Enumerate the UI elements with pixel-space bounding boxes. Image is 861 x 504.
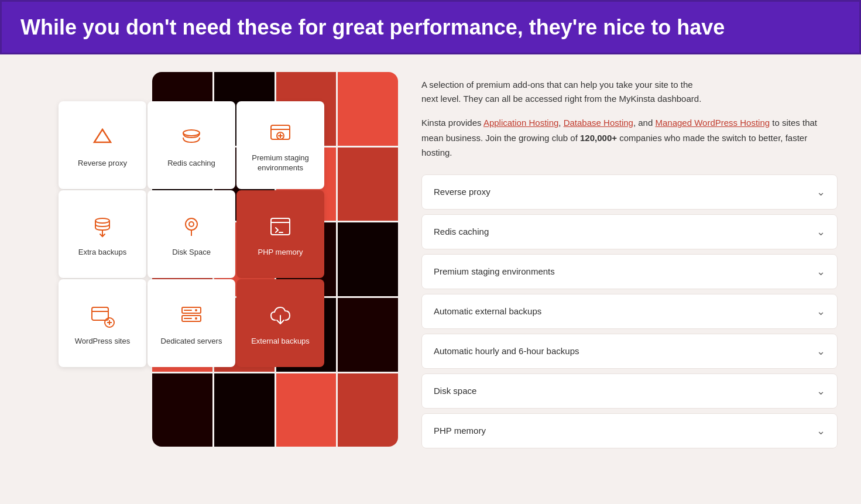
card-redis-caching: Redis caching bbox=[147, 101, 235, 189]
page-title: While you don't need these for great per… bbox=[20, 15, 841, 40]
accordion-item-redis: Redis caching ⌄ bbox=[421, 214, 838, 249]
wordpress-icon bbox=[87, 300, 118, 331]
header-banner: While you don't need these for great per… bbox=[0, 0, 861, 54]
card-premium-staging: Premium staging environments bbox=[236, 101, 324, 189]
card-dedicated-servers: Dedicated servers bbox=[147, 279, 235, 367]
chevron-down-icon: ⌄ bbox=[817, 385, 825, 397]
description-text: A selection of premium add-ons that can … bbox=[421, 78, 838, 106]
accordion-item-auto-external: Automatic external backups ⌄ bbox=[421, 294, 838, 329]
card-wordpress-sites: WordPress sites bbox=[59, 279, 146, 367]
backups-icon bbox=[87, 211, 118, 242]
db-hosting-link[interactable]: Database Hosting bbox=[564, 118, 633, 128]
accordion-header-premium-staging[interactable]: Premium staging environments ⌄ bbox=[422, 255, 837, 289]
page-wrapper: While you don't need these for great per… bbox=[0, 0, 861, 466]
accordion-item-reverse-proxy: Reverse proxy ⌄ bbox=[421, 174, 838, 210]
reverse-proxy-icon bbox=[87, 122, 118, 153]
accordion-label-redis: Redis caching bbox=[434, 227, 489, 236]
dedicated-servers-label: Dedicated servers bbox=[161, 337, 222, 347]
accordion-label-premium-staging: Premium staging environments bbox=[434, 266, 555, 276]
accordion-item-disk-space: Disk space ⌄ bbox=[421, 373, 838, 409]
chevron-down-icon: ⌄ bbox=[817, 345, 825, 358]
main-content: Reverse proxy Redis caching bbox=[0, 54, 861, 466]
accordion-header-reverse-proxy[interactable]: Reverse proxy ⌄ bbox=[422, 175, 837, 209]
kinsta-description: Kinsta provides Application Hosting, Dat… bbox=[421, 115, 838, 160]
svg-marker-0 bbox=[94, 129, 111, 142]
server-icon bbox=[176, 300, 207, 331]
redis-label: Redis caching bbox=[167, 159, 215, 169]
php-label: PHP memory bbox=[258, 248, 303, 258]
right-panel: A selection of premium add-ons that can … bbox=[421, 72, 838, 448]
card-disk-space: Disk Space bbox=[147, 190, 235, 278]
external-backup-icon bbox=[265, 300, 296, 331]
disk-icon bbox=[176, 211, 207, 242]
reverse-proxy-label: Reverse proxy bbox=[78, 159, 127, 169]
wp-hosting-link[interactable]: Managed WordPress Hosting bbox=[655, 118, 770, 128]
accordion-item-php-memory: PHP memory ⌄ bbox=[421, 413, 838, 448]
accordion-list: Reverse proxy ⌄ Redis caching ⌄ Premium … bbox=[421, 174, 838, 448]
card-php-memory: PHP memory bbox=[236, 190, 324, 278]
accordion-label-auto-hourly: Automatic hourly and 6-hour backups bbox=[434, 346, 579, 356]
card-reverse-proxy: Reverse proxy bbox=[59, 101, 146, 189]
svg-point-21 bbox=[195, 309, 197, 311]
chevron-down-icon: ⌄ bbox=[817, 225, 825, 238]
accordion-label-reverse-proxy: Reverse proxy bbox=[434, 187, 490, 197]
svg-point-7 bbox=[95, 218, 109, 223]
accordion-label-auto-external: Automatic external backups bbox=[434, 306, 541, 316]
chevron-down-icon: ⌄ bbox=[817, 305, 825, 318]
accordion-item-premium-staging: Premium staging environments ⌄ bbox=[421, 254, 838, 289]
accordion-label-php-memory: PHP memory bbox=[434, 426, 486, 436]
accordion-header-disk-space[interactable]: Disk space ⌄ bbox=[422, 374, 837, 408]
disk-label: Disk Space bbox=[172, 248, 211, 258]
chevron-down-icon: ⌄ bbox=[817, 186, 825, 198]
chevron-down-icon: ⌄ bbox=[817, 424, 825, 437]
staging-label: Premium staging environments bbox=[246, 153, 315, 173]
accordion-item-auto-hourly: Automatic hourly and 6-hour backups ⌄ bbox=[421, 334, 838, 369]
svg-point-10 bbox=[189, 222, 194, 227]
app-hosting-link[interactable]: Application Hosting bbox=[483, 118, 558, 128]
chevron-down-icon: ⌄ bbox=[817, 265, 825, 278]
svg-point-9 bbox=[186, 218, 197, 230]
svg-point-1 bbox=[183, 130, 200, 136]
svg-rect-14 bbox=[92, 307, 108, 320]
redis-icon bbox=[176, 122, 207, 153]
accordion-header-auto-external[interactable]: Automatic external backups ⌄ bbox=[422, 294, 837, 328]
card-extra-backups: Extra backups bbox=[59, 190, 146, 278]
php-icon bbox=[265, 211, 296, 242]
backups-label: Extra backups bbox=[78, 248, 126, 258]
wordpress-label: WordPress sites bbox=[75, 337, 130, 347]
left-panel: Reverse proxy Redis caching bbox=[23, 72, 398, 448]
card-external-backups: External backups bbox=[236, 279, 324, 367]
external-backups-label: External backups bbox=[251, 337, 310, 347]
feature-grid: Reverse proxy Redis caching bbox=[59, 101, 324, 367]
svg-point-22 bbox=[195, 317, 197, 320]
accordion-label-disk-space: Disk space bbox=[434, 386, 476, 396]
accordion-header-redis[interactable]: Redis caching ⌄ bbox=[422, 215, 837, 249]
accordion-header-auto-hourly[interactable]: Automatic hourly and 6-hour backups ⌄ bbox=[422, 334, 837, 368]
accordion-header-php-memory[interactable]: PHP memory ⌄ bbox=[422, 414, 837, 448]
staging-icon bbox=[265, 117, 296, 148]
